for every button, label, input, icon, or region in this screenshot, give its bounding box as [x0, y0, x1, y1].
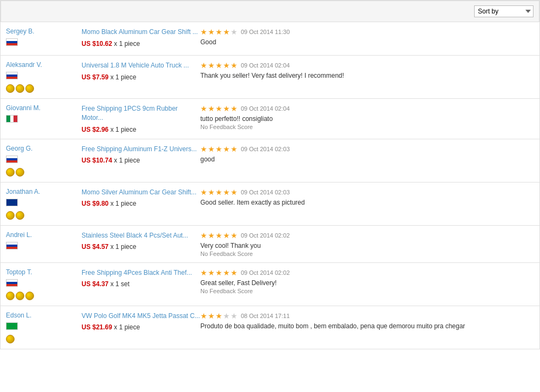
flag-icon — [6, 38, 18, 46]
buyer-name[interactable]: Edson L. — [6, 312, 82, 319]
feedback-cell: ★★★★★ 09 Oct 2014 02:04 tutto perfetto!!… — [200, 104, 534, 130]
buyer-name[interactable]: Giovanni M. — [6, 104, 82, 112]
star-icon: ★ — [200, 145, 207, 153]
transaction-cell: Stainless Steel Black 4 Pcs/Set Aut... U… — [82, 231, 200, 251]
quantity-text: x 1 set — [110, 280, 129, 288]
sort-container: Sort by Highest Rating Lowest Rating Mos… — [474, 5, 534, 17]
quantity-text: x 1 piece — [110, 200, 136, 207]
star-icon: ★ — [215, 188, 222, 197]
feedback-text: Thank you seller! Very fast delivery! I … — [200, 72, 534, 79]
transaction-cell: Free Shipping 4Pces Black Anti Thef... U… — [82, 268, 200, 288]
star-icon: ★ — [215, 104, 222, 113]
transaction-link[interactable]: Free Shipping 1PCS 9cm Rubber Motor... — [82, 105, 178, 121]
feedback-text: good — [200, 156, 534, 163]
star-icon: ★ — [231, 28, 238, 36]
feedback-date: 09 Oct 2014 02:03 — [241, 146, 290, 152]
transaction-link[interactable]: Momo Black Aluminum Car Gear Shift ... — [82, 28, 198, 36]
star-icon: ★ — [200, 312, 207, 320]
table-row: Sergey B. Momo Black Aluminum Car Gear S… — [1, 22, 539, 56]
buyer-cell: Georg G. — [6, 145, 82, 177]
table-row: Georg G. Free Shipping Aluminum F1-Z Uni… — [1, 139, 539, 183]
medal-badge — [16, 292, 24, 300]
feedback-text: tutto perfetto!! consigliato — [200, 115, 534, 123]
buyer-name[interactable]: Georg G. — [6, 145, 82, 152]
medal-badge — [16, 211, 24, 220]
star-icon: ★ — [215, 268, 222, 277]
flag-icon — [6, 199, 18, 206]
star-rating: ★★★★★ — [200, 231, 238, 240]
price-value: US $10.74 — [82, 157, 112, 164]
transaction-price: US $10.74 x 1 piece — [82, 157, 200, 164]
price-value: US $4.37 — [82, 280, 109, 288]
star-icon: ★ — [208, 231, 215, 240]
transaction-cell: Universal 1.8 M Vehicle Auto Truck ... U… — [82, 61, 200, 81]
star-rating: ★★★★★ — [200, 188, 238, 197]
feedback-cell: ★★★★★ 09 Oct 2014 02:03 Good seller. Ite… — [200, 188, 534, 207]
star-icon: ★ — [223, 268, 230, 277]
transaction-link[interactable]: Free Shipping 4Pces Black Anti Thef... — [82, 269, 192, 276]
buyer-name[interactable]: Jonathan A. — [6, 188, 82, 195]
stars-row: ★★★★★ 08 Oct 2014 17:11 — [200, 312, 534, 320]
stars-row: ★★★★★ 09 Oct 2014 02:03 — [200, 145, 534, 153]
feedback-cell: ★★★★★ 09 Oct 2014 02:03 good — [200, 145, 534, 164]
transaction-link[interactable]: VW Polo Golf MK4 MK5 Jetta Passat C... — [82, 312, 200, 320]
feedback-date: 09 Oct 2014 02:04 — [241, 62, 290, 69]
buyer-cell: Andrei L. — [6, 231, 82, 253]
star-icon: ★ — [215, 312, 222, 320]
price-value: US $2.96 — [82, 126, 109, 133]
feedback-cell: ★★★★★ 09 Oct 2014 02:04 Thank you seller… — [200, 61, 534, 80]
transaction-cell: Free Shipping 1PCS 9cm Rubber Motor... U… — [82, 104, 200, 133]
star-icon: ★ — [231, 188, 238, 197]
star-rating: ★★★★★ — [200, 312, 238, 320]
star-rating: ★★★★★ — [200, 28, 238, 36]
transaction-cell: Free Shipping Aluminum F1-Z Univers... U… — [82, 145, 200, 165]
star-rating: ★★★★★ — [200, 104, 238, 113]
table-row: Edson L. VW Polo Golf MK4 MK5 Jetta Pass… — [1, 306, 539, 349]
buyer-cell: Jonathan A. — [6, 188, 82, 220]
buyer-cell: Giovanni M. — [6, 104, 82, 126]
star-icon: ★ — [223, 104, 230, 113]
transaction-link[interactable]: Universal 1.8 M Vehicle Auto Truck ... — [82, 62, 189, 69]
buyer-name[interactable]: Aleksandr V. — [6, 61, 82, 69]
star-icon: ★ — [208, 145, 215, 153]
feedback-date: 08 Oct 2014 17:11 — [241, 313, 290, 319]
feedback-cell: ★★★★★ 08 Oct 2014 17:11 Produto de boa q… — [200, 312, 534, 331]
transaction-link[interactable]: Stainless Steel Black 4 Pcs/Set Aut... — [82, 232, 188, 239]
feedback-score: No Feedback Score — [200, 288, 534, 294]
buyer-cell: Aleksandr V. — [6, 61, 82, 93]
transaction-cell: VW Polo Golf MK4 MK5 Jetta Passat C... U… — [82, 312, 200, 332]
star-icon: ★ — [208, 312, 215, 320]
price-value: US $9.80 — [82, 200, 109, 207]
buyer-name[interactable]: Andrei L. — [6, 231, 82, 239]
feedback-text: Good — [200, 38, 534, 46]
transaction-cell: Momo Silver Aluminum Car Gear Shift... U… — [82, 188, 200, 208]
sort-select[interactable]: Sort by Highest Rating Lowest Rating Mos… — [474, 5, 534, 17]
medal-badge — [6, 84, 15, 93]
transaction-link[interactable]: Free Shipping Aluminum F1-Z Univers... — [82, 145, 197, 153]
star-icon: ★ — [223, 61, 230, 70]
medal-badge — [16, 168, 24, 177]
feedback-date: 09 Oct 2014 11:30 — [241, 29, 290, 35]
buyer-name[interactable]: Toptop T. — [6, 268, 82, 276]
quantity-text: x 1 piece — [110, 73, 136, 81]
flag-icon — [6, 115, 18, 123]
quantity-text: x 1 piece — [110, 243, 136, 251]
star-icon: ★ — [200, 104, 207, 113]
medal-badge — [25, 292, 34, 300]
transaction-link[interactable]: Momo Silver Aluminum Car Gear Shift... — [82, 188, 197, 196]
star-icon: ★ — [200, 231, 207, 240]
quantity-text: x 1 piece — [114, 40, 140, 48]
star-icon: ★ — [231, 231, 238, 240]
medal-badge — [6, 292, 15, 300]
stars-row: ★★★★★ 09 Oct 2014 02:02 — [200, 231, 534, 240]
buyer-name[interactable]: Sergey B. — [6, 28, 82, 35]
star-icon: ★ — [208, 28, 215, 36]
transaction-price: US $21.69 x 1 piece — [82, 323, 200, 331]
table-row: Aleksandr V. Universal 1.8 M Vehicle Aut… — [1, 56, 539, 99]
transaction-price: US $7.59 x 1 piece — [82, 73, 200, 81]
star-icon: ★ — [223, 188, 230, 197]
star-icon: ★ — [215, 145, 222, 153]
star-icon: ★ — [231, 312, 238, 320]
transaction-price: US $4.57 x 1 piece — [82, 243, 200, 251]
star-icon: ★ — [208, 188, 215, 197]
